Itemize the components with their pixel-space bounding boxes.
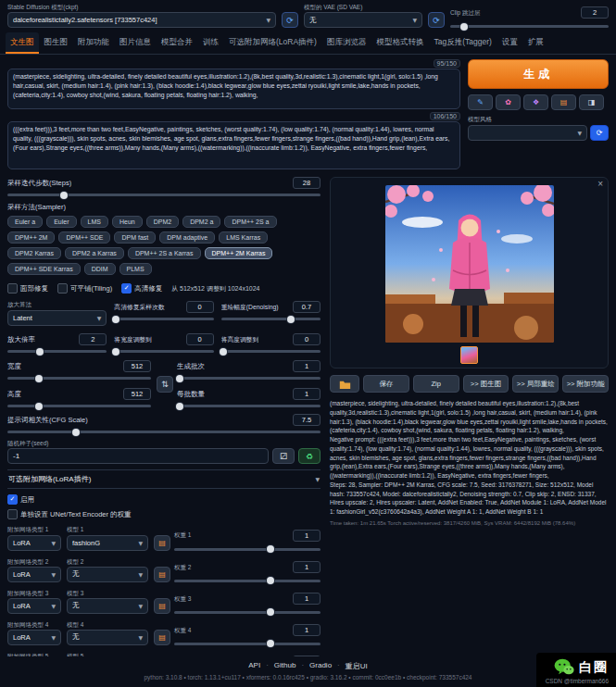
slider-handle[interactable] [220, 348, 227, 356]
slider-handle[interactable] [60, 192, 68, 199]
tab-checkpoint-merger[interactable]: 模型合并 [157, 32, 197, 54]
tiling-checkbox[interactable]: 可平铺(Tiling) [57, 283, 112, 294]
tab-train[interactable]: 训练 [198, 32, 223, 54]
slider-handle[interactable] [35, 403, 43, 410]
prompt-textarea[interactable]: (masterpiece, sidelighting, ultra-detail… [7, 69, 460, 109]
batch-size-value[interactable]: 1 [293, 388, 321, 400]
send-to-img2img-button[interactable]: >> 图生图 [463, 375, 509, 393]
slider-handle[interactable] [267, 545, 274, 553]
resize-height-value[interactable]: 0 [293, 333, 321, 345]
tab-additional-networks[interactable]: 可选附加网络(LoRA插件) [224, 32, 321, 54]
send-to-extras-button[interactable]: >> 附加功能 [562, 375, 609, 393]
style-select[interactable]: ▼ [468, 125, 587, 141]
lora-model-info-button[interactable]: ▤ [154, 535, 170, 551]
sampler-option[interactable]: DPM2 [146, 216, 179, 228]
random-seed-button[interactable]: ⚂ [272, 448, 295, 464]
slider-handle[interactable] [35, 375, 43, 382]
lora-weight-value[interactable]: 1 [293, 593, 321, 605]
apply-style-button[interactable]: ▤ [551, 94, 576, 110]
tab-image-browser[interactable]: 图库浏览器 [322, 32, 371, 54]
hires-steps-value[interactable]: 0 [186, 301, 214, 313]
reuse-seed-button[interactable]: ♻ [298, 448, 321, 464]
tab-model-converter[interactable]: 模型格式转换 [371, 32, 428, 54]
sampler-option[interactable]: DPM2 a [182, 216, 220, 228]
sampler-option[interactable]: DPM++ 2M [7, 231, 55, 244]
steps-slider[interactable] [7, 194, 321, 196]
lora-weight-value[interactable]: 1 [293, 624, 321, 636]
sampler-option[interactable]: DPM++ 2S a [224, 216, 276, 228]
style-refresh-button[interactable]: ⟳ [590, 125, 609, 141]
negative-prompt-textarea[interactable]: (((extra feet))),3 feet,more than two fe… [7, 121, 460, 169]
denoising-slider[interactable] [221, 318, 321, 320]
slider-handle[interactable] [267, 577, 274, 584]
batch-count-slider[interactable] [177, 377, 321, 380]
batch-size-slider[interactable] [177, 405, 321, 407]
lora-type-select[interactable]: LoRA▼ [7, 535, 61, 551]
open-folder-button[interactable] [330, 375, 359, 393]
sampler-option[interactable]: DPM++ SDE [58, 231, 110, 244]
slider-handle[interactable] [267, 608, 274, 616]
lora-weight-slider[interactable] [174, 643, 321, 645]
resize-width-slider[interactable] [114, 350, 213, 353]
checkpoint-refresh-button[interactable]: ⟳ [282, 12, 298, 28]
slider-handle[interactable] [72, 429, 80, 436]
close-icon[interactable]: × [597, 179, 603, 189]
sampler-option[interactable]: DPM2 a Karras [65, 247, 124, 259]
slider-handle[interactable] [287, 316, 295, 323]
sampler-option[interactable]: LMS Karras [219, 231, 268, 244]
lora-weight-value[interactable]: 1 [293, 530, 321, 542]
sampler-option[interactable]: DPM adaptive [159, 231, 215, 244]
lora-weight-slider[interactable] [174, 580, 321, 582]
sampler-option[interactable]: DPM++ SDE Karras [7, 263, 81, 275]
seed-input[interactable]: -1 [7, 448, 269, 464]
slider-handle[interactable] [36, 348, 44, 356]
lora-type-select[interactable]: LoRA▼ [7, 598, 61, 614]
slider-handle[interactable] [267, 640, 274, 647]
lora-weight-value[interactable]: 1 [293, 561, 321, 573]
api-link[interactable]: API [248, 661, 269, 671]
upscaler-select[interactable]: Latent ▼ [7, 310, 107, 326]
lora-accordion-header[interactable]: 可选附加网络(LoRA插件) ▼ [7, 469, 321, 489]
lora-type-select[interactable]: LoRA▼ [7, 630, 61, 645]
denoising-value[interactable]: 0.7 [293, 301, 321, 313]
resize-width-value[interactable]: 0 [186, 333, 214, 345]
lora-model-select[interactable]: fashionG▼ [67, 535, 148, 551]
slider-handle[interactable] [176, 375, 183, 382]
sampler-option[interactable]: DPM fast [114, 231, 156, 244]
swap-dimensions-button[interactable]: ⇅ [157, 376, 173, 393]
steps-value[interactable]: 28 [293, 177, 321, 189]
height-value[interactable]: 512 [123, 388, 151, 400]
save-button[interactable]: 保存 [363, 375, 409, 393]
github-link[interactable]: Github [274, 661, 304, 671]
lora-model-info-button[interactable]: ▤ [154, 567, 170, 582]
width-slider[interactable] [7, 377, 151, 380]
lora-model-select[interactable]: 无▼ [67, 630, 148, 645]
save-style-button[interactable]: ◨ [579, 94, 604, 110]
lora-model-select[interactable]: 无▼ [67, 598, 148, 614]
resize-height-slider[interactable] [221, 350, 321, 353]
lora-enable-checkbox[interactable]: 启用 [7, 494, 34, 505]
sampler-option[interactable]: DPM2 Karras [7, 247, 61, 259]
extra-networks-button[interactable]: ❖ [523, 94, 548, 110]
checkpoint-select[interactable]: dalceforealistictally2.safetensors [7335… [7, 12, 276, 28]
gradio-link[interactable]: Gradio [309, 661, 340, 671]
tab-extensions[interactable]: 扩展 [523, 32, 548, 54]
paste-params-button[interactable]: ✎ [468, 94, 493, 110]
cfg-slider[interactable] [7, 431, 321, 433]
lora-type-select[interactable]: LoRA▼ [7, 567, 61, 582]
tab-tagger[interactable]: Tag反推(Tagger) [429, 32, 496, 54]
sampler-option[interactable]: Heun [112, 216, 143, 228]
lora-separate-weights-checkbox[interactable]: 单独设置 UNet/Text Encoder 的权重 [7, 509, 132, 519]
hires-fix-checkbox[interactable]: 高清修复 [121, 283, 162, 294]
reload-ui-link[interactable]: 重启UI [346, 661, 368, 671]
sampler-option[interactable]: Euler [46, 216, 76, 228]
hires-steps-slider[interactable] [114, 318, 213, 320]
sampler-option[interactable]: PLMS [119, 263, 152, 275]
sampler-option-selected[interactable]: DPM++ 2M Karras [205, 247, 273, 259]
generate-button[interactable]: 生成 [468, 59, 609, 89]
send-to-inpaint-button[interactable]: >> 局部重绘 [512, 375, 559, 393]
upscale-by-value[interactable]: 2 [79, 333, 107, 345]
slider-handle[interactable] [112, 316, 119, 323]
slider-handle[interactable] [176, 403, 183, 410]
lora-model-info-button[interactable]: ▤ [154, 630, 170, 645]
